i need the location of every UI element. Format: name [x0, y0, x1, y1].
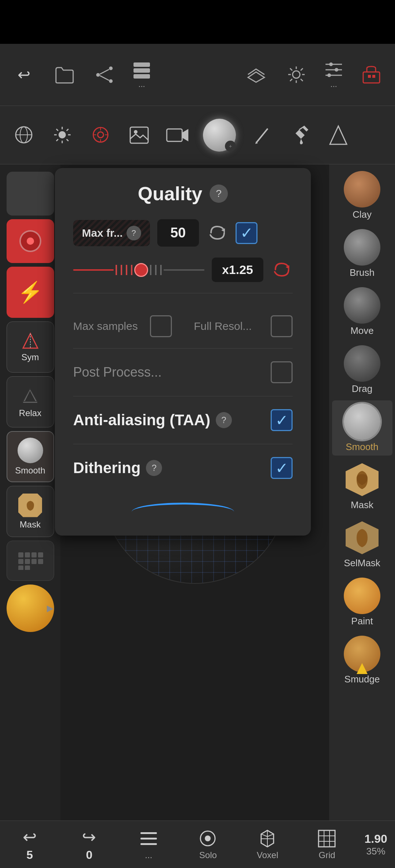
sidebar-mask-btn[interactable]: Mask [7, 486, 54, 537]
svg-rect-44 [18, 552, 23, 557]
post-process-checkbox[interactable] [271, 361, 293, 383]
grid-bottom-icon [317, 829, 337, 849]
grid-bottom-btn[interactable]: Grid [305, 829, 349, 860]
anti-aliasing-label: Anti-aliasing (TAA) [73, 411, 210, 429]
modal-title-row: Quality ? [73, 183, 293, 205]
second-toolbar: + ... [0, 106, 395, 164]
sidebar-dots-btn[interactable] [7, 541, 54, 581]
resolution-slider[interactable] [73, 263, 204, 277]
drag-brush-icon [344, 345, 380, 382]
smudge-brush-item[interactable]: Smudge [332, 633, 392, 688]
dropper-icon[interactable] [287, 122, 313, 148]
drag-label: Drag [352, 383, 372, 395]
drag-brush-item[interactable]: Drag [332, 342, 392, 397]
image-icon[interactable] [126, 122, 152, 148]
fps-label-box: Max fr... ? [73, 220, 150, 246]
solo-label: Solo [199, 850, 217, 860]
active-brush-sphere[interactable]: + [203, 119, 236, 152]
redo-bottom-btn[interactable]: ↪ 0 [67, 827, 111, 862]
svg-rect-48 [18, 559, 23, 564]
slider-row: x1.25 [73, 258, 293, 293]
scene-icon[interactable] [358, 62, 384, 88]
mask-brush-icon [344, 461, 380, 498]
svg-point-2 [109, 79, 113, 83]
svg-rect-15 [363, 72, 380, 83]
svg-rect-67 [319, 830, 335, 847]
svg-rect-51 [38, 559, 43, 564]
svg-rect-5 [133, 62, 150, 67]
fps-help-btn[interactable]: ? [127, 226, 141, 240]
solo-bottom-btn[interactable]: Solo [186, 829, 230, 860]
move-brush-item[interactable]: Move [332, 284, 392, 339]
share-icon[interactable] [91, 62, 117, 88]
settings-icon[interactable] [283, 62, 309, 88]
undo-icon[interactable]: ↩ [11, 62, 37, 88]
solo-icon [198, 829, 218, 849]
quality-modal: Quality ? Max fr... ? 50 [55, 168, 311, 536]
sidebar-relax-btn[interactable]: Relax [7, 376, 54, 427]
undo-bottom-btn[interactable]: ↩ 5 [8, 827, 52, 862]
sliders-icon-group[interactable]: ... [324, 61, 344, 89]
sun-icon[interactable] [49, 122, 75, 148]
dithering-help-btn[interactable]: ? [146, 460, 162, 476]
svg-rect-58 [140, 832, 157, 834]
layers-icon[interactable] [243, 62, 269, 88]
full-resolution-checkbox[interactable] [271, 315, 293, 337]
svg-rect-38 [167, 129, 182, 141]
sidebar-sym-btn[interactable]: Sym [7, 321, 54, 373]
sidebar-red-btn[interactable] [7, 219, 54, 263]
selmask-brush-item[interactable]: SelMask [332, 517, 392, 572]
post-process-label: Post Process... [73, 365, 162, 380]
multiplier-value[interactable]: x1.25 [212, 258, 263, 282]
svg-rect-7 [133, 74, 150, 79]
max-samples-label: Max samples [73, 320, 139, 332]
smooth-brush-item[interactable]: Smooth [332, 400, 392, 456]
mask-brush-item[interactable]: Mask [332, 458, 392, 514]
dithering-label: Dithering [73, 459, 140, 477]
main-area: ⚡ Sym Relax Smooth Mask [0, 164, 395, 821]
move-brush-icon [344, 287, 380, 324]
info-value2: 35% [366, 846, 385, 857]
sphere-sphere-btn[interactable]: ▶ [7, 585, 54, 632]
svg-line-3 [100, 69, 109, 74]
quality-help-btn[interactable]: ? [210, 184, 228, 203]
modal-bottom-arc [73, 503, 293, 521]
svg-line-28 [56, 139, 58, 141]
svg-rect-47 [38, 552, 43, 557]
clay-brush-item[interactable]: Clay [332, 168, 392, 223]
svg-line-4 [100, 76, 109, 80]
relax-label: Relax [19, 408, 41, 418]
svg-rect-45 [25, 552, 30, 557]
dithering-checkbox[interactable] [271, 457, 293, 479]
aa-help-btn[interactable]: ? [216, 412, 232, 428]
aa-checkbox[interactable] [271, 409, 293, 431]
camera-iris-icon[interactable] [88, 122, 113, 148]
svg-point-37 [134, 130, 138, 134]
svg-marker-42 [24, 389, 37, 402]
video-icon[interactable] [165, 122, 190, 148]
brush-brush-item[interactable]: Brush [332, 226, 392, 281]
menu-bottom-btn[interactable]: ... [127, 829, 170, 860]
fps-refresh-btn[interactable] [206, 222, 228, 244]
sidebar-lightning-btn[interactable]: ⚡ [7, 267, 54, 318]
pen-icon[interactable] [249, 122, 274, 148]
grid-icon[interactable] [11, 122, 37, 148]
menu-label: ... [145, 850, 152, 860]
stack-icon-group[interactable]: ... [132, 61, 152, 89]
header-left-icons: ↩ ... [11, 61, 152, 89]
sidebar-empty-btn[interactable] [7, 172, 54, 216]
sidebar-smooth-btn[interactable]: Smooth [7, 431, 54, 482]
smooth-label: Smooth [346, 441, 379, 453]
menu-icon [139, 829, 159, 849]
svg-point-8 [293, 71, 300, 78]
triangle-icon[interactable] [326, 122, 351, 148]
fps-value[interactable]: 50 [157, 219, 199, 247]
svg-point-12 [335, 68, 338, 72]
folder-icon[interactable] [51, 62, 77, 88]
info-value1: 1.90 [364, 832, 387, 846]
resolution-refresh-btn[interactable] [271, 259, 293, 281]
max-samples-checkbox[interactable] [150, 315, 172, 337]
voxel-bottom-btn[interactable]: Voxel [245, 829, 289, 860]
fps-checkbox[interactable] [236, 222, 257, 244]
paint-brush-item[interactable]: Paint [332, 575, 392, 630]
